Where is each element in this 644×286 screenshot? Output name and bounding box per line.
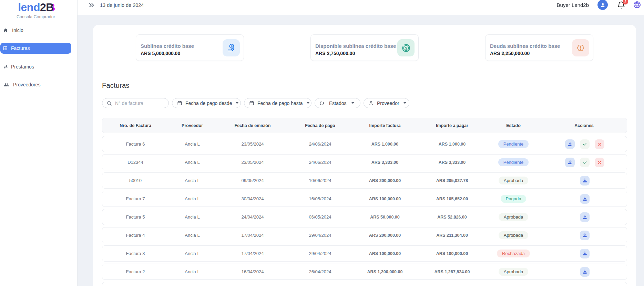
svg-text:$: $ (405, 46, 407, 50)
svg-text:$: $ (231, 44, 233, 48)
